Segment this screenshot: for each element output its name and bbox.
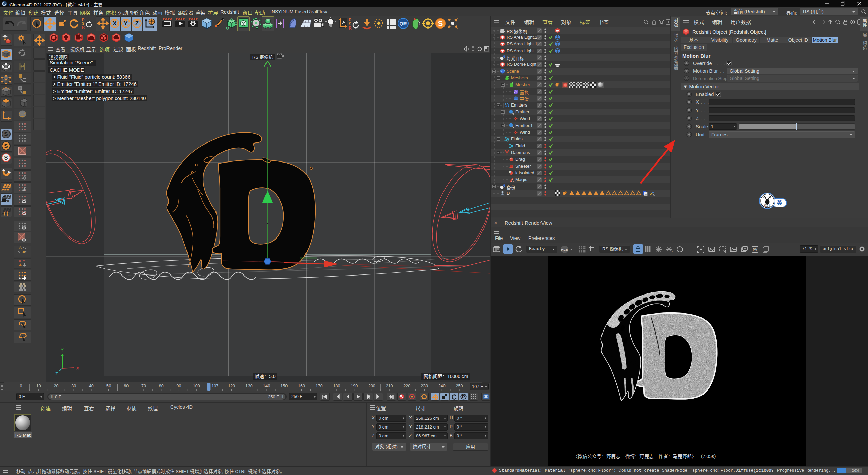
svg-text:PV: PV bbox=[753, 248, 757, 252]
svg-text:P: P bbox=[462, 395, 465, 399]
svg-text:180: 180 bbox=[333, 384, 340, 388]
svg-text:160: 160 bbox=[298, 384, 305, 388]
svg-text:130: 130 bbox=[245, 384, 253, 388]
svg-text:60: 60 bbox=[124, 384, 129, 388]
svg-text:Y: Y bbox=[124, 20, 128, 27]
svg-text:20: 20 bbox=[54, 384, 58, 388]
svg-text:50: 50 bbox=[106, 384, 111, 388]
svg-text:S: S bbox=[438, 19, 443, 28]
svg-text:30: 30 bbox=[71, 384, 76, 388]
svg-text:英: 英 bbox=[777, 200, 782, 206]
svg-text:240: 240 bbox=[438, 384, 446, 388]
svg-text:R: R bbox=[349, 26, 352, 31]
svg-text:0: 0 bbox=[20, 384, 22, 388]
svg-text:QR: QR bbox=[400, 21, 407, 26]
svg-text:150: 150 bbox=[280, 384, 288, 388]
svg-text:R: R bbox=[82, 25, 85, 29]
svg-text:250: 250 bbox=[456, 384, 463, 388]
svg-text:Y: Y bbox=[61, 347, 64, 353]
svg-text:40: 40 bbox=[89, 384, 94, 388]
svg-text:120: 120 bbox=[228, 384, 235, 388]
svg-text:RS 摄像机: RS 摄像机 bbox=[252, 55, 273, 60]
svg-text:X: X bbox=[76, 366, 79, 371]
svg-text:90: 90 bbox=[177, 384, 181, 388]
svg-text:Z: Z bbox=[55, 371, 58, 376]
svg-text:100: 100 bbox=[193, 384, 200, 388]
svg-text:200: 200 bbox=[368, 384, 375, 388]
svg-text:G: G bbox=[671, 250, 673, 253]
svg-text:170: 170 bbox=[316, 384, 323, 388]
svg-text:230: 230 bbox=[421, 384, 428, 388]
svg-text:S: S bbox=[4, 155, 8, 161]
svg-text:70: 70 bbox=[141, 384, 146, 388]
svg-text:140: 140 bbox=[263, 384, 270, 388]
svg-text:Z: Z bbox=[135, 20, 139, 27]
svg-text:210: 210 bbox=[386, 384, 393, 388]
svg-text:10: 10 bbox=[36, 384, 41, 388]
svg-text:S: S bbox=[4, 143, 8, 149]
svg-text:107: 107 bbox=[211, 384, 218, 388]
svg-text:190: 190 bbox=[351, 384, 358, 388]
svg-text:80: 80 bbox=[159, 384, 164, 388]
svg-text:( ): ( ) bbox=[4, 211, 8, 216]
svg-text:220: 220 bbox=[403, 384, 410, 388]
svg-text:RGB: RGB bbox=[561, 248, 568, 251]
svg-text:行走者: 行走者 bbox=[764, 204, 771, 207]
svg-text:X: X bbox=[113, 20, 117, 27]
svg-text:S: S bbox=[4, 131, 8, 137]
